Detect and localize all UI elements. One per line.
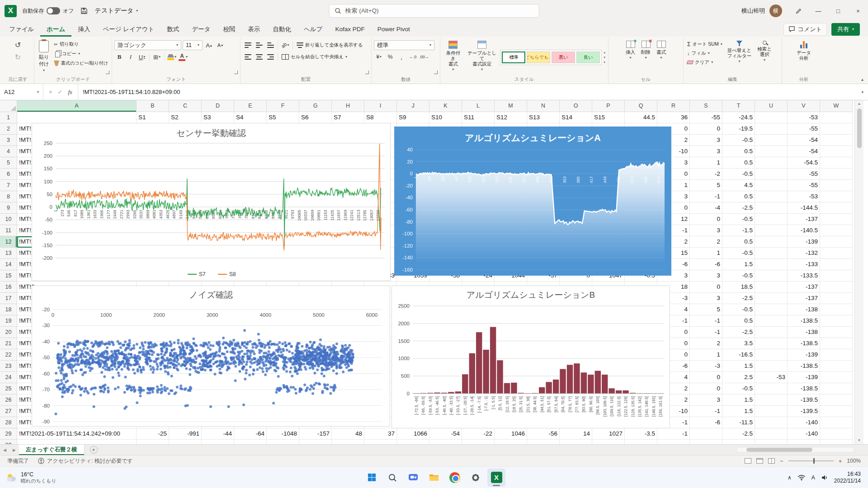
cell-R1[interactable]: 36 <box>657 112 690 123</box>
cell-style-3[interactable]: 良い <box>576 52 600 63</box>
undo-button[interactable]: ↺ <box>15 41 21 49</box>
italic-button[interactable]: I <box>126 52 136 62</box>
chart-noise-check[interactable]: ノイズ確認-90-80-70-60-50-40-30-2001000200030… <box>32 286 390 427</box>
cell-W5[interactable] <box>820 157 853 169</box>
cell-T22[interactable]: -16.5 <box>722 349 755 361</box>
wrap-text-button[interactable]: 折り返して全体を表示する <box>295 41 364 49</box>
cell-T7[interactable]: 4.5 <box>722 180 755 191</box>
cell-T8[interactable]: 0.5 <box>722 191 755 202</box>
cell-E1[interactable]: S4 <box>234 112 267 123</box>
cell-T2[interactable]: -19.5 <box>722 123 755 135</box>
cell-U20[interactable] <box>755 327 788 338</box>
cell-S30[interactable] <box>690 440 722 444</box>
bold-button[interactable]: B <box>114 52 124 62</box>
wifi-icon[interactable] <box>797 474 806 481</box>
row-header-6[interactable]: 6 <box>0 169 17 180</box>
fill-color-button[interactable]: ▾ <box>167 52 177 62</box>
font-name-select[interactable]: 游ゴシック▾ <box>114 40 181 50</box>
row-header-8[interactable]: 8 <box>0 191 17 202</box>
cell-V18[interactable]: -138 <box>788 304 820 315</box>
maximize-button[interactable]: □ <box>828 0 848 22</box>
start-button[interactable] <box>363 469 381 487</box>
align-center-button[interactable] <box>254 52 264 62</box>
collapse-ribbon-button[interactable]: ▴ <box>861 77 863 82</box>
cell-U17[interactable] <box>755 293 788 304</box>
row-header-12[interactable]: 12 <box>0 236 17 248</box>
sheet-nav-right-icon[interactable]: ▶ <box>9 448 19 452</box>
cell-N30[interactable] <box>527 440 560 444</box>
cell-L29[interactable]: -22 <box>462 428 495 440</box>
cell-S8[interactable]: -1 <box>690 191 722 202</box>
cell-W6[interactable] <box>820 169 853 180</box>
column-header-H[interactable]: H <box>332 100 364 112</box>
row-header-28[interactable]: 28 <box>0 417 17 428</box>
cell-W4[interactable] <box>820 146 853 157</box>
cell-A1[interactable] <box>17 112 137 123</box>
cell-S26[interactable]: 3 <box>690 394 722 406</box>
delete-cells-button[interactable]: 削除▾ <box>639 39 653 76</box>
cell-V9[interactable]: -144.5 <box>788 202 820 214</box>
cell-E29[interactable]: -64 <box>234 428 267 440</box>
cell-V19[interactable]: -138.5 <box>788 315 820 327</box>
taskbar-search-button[interactable] <box>383 469 401 487</box>
percent-style-button[interactable]: % <box>385 52 395 62</box>
column-header-D[interactable]: D <box>202 100 234 112</box>
cancel-entry-icon[interactable]: × <box>49 89 52 95</box>
column-header-I[interactable]: I <box>364 100 397 112</box>
excel-app-icon[interactable]: X <box>5 5 17 17</box>
ribbon-tab-2[interactable]: 挿入 <box>71 22 96 37</box>
cell-B30[interactable] <box>137 440 169 444</box>
cell-U24[interactable]: -53 <box>755 372 788 383</box>
cell-V29[interactable]: -140 <box>788 428 820 440</box>
cell-V24[interactable]: -139 <box>788 372 820 383</box>
row-header-25[interactable]: 25 <box>0 383 17 394</box>
ime-mode-indicator[interactable]: A <box>811 474 815 481</box>
cell-S1[interactable]: -55 <box>690 112 722 123</box>
row-header-18[interactable]: 18 <box>0 304 17 315</box>
cell-B1[interactable]: S1 <box>137 112 169 123</box>
page-break-view-button[interactable] <box>768 458 775 464</box>
cell-V15[interactable]: -133.5 <box>788 270 820 282</box>
column-header-V[interactable]: V <box>788 100 820 112</box>
cell-T6[interactable]: -0.5 <box>722 169 755 180</box>
data-analysis-button[interactable]: データ 分析 <box>794 39 813 76</box>
cell-U7[interactable] <box>755 180 788 191</box>
cell-S18[interactable]: 5 <box>690 304 722 315</box>
cell-T16[interactable]: 18.5 <box>722 282 755 293</box>
row-header-14[interactable]: 14 <box>0 259 17 270</box>
cell-W21[interactable] <box>820 338 853 349</box>
cell-S13[interactable]: 1 <box>690 248 722 259</box>
format-as-table-button[interactable]: テーブルとして 書式設定 ▾ <box>465 39 499 71</box>
cell-W26[interactable] <box>820 394 853 406</box>
ribbon-tab-10[interactable]: Kofax PDF <box>329 22 371 37</box>
cell-F29[interactable]: -1048 <box>267 428 299 440</box>
cell-W18[interactable] <box>820 304 853 315</box>
column-header-O[interactable]: O <box>560 100 592 112</box>
dialog-launcher-alignment[interactable] <box>365 70 369 74</box>
cell-style-1[interactable]: どちらでも... <box>527 52 550 63</box>
cell-S17[interactable]: 3 <box>690 293 722 304</box>
cell-T15[interactable]: -0.5 <box>722 270 755 282</box>
row-header-5[interactable]: 5 <box>0 157 17 169</box>
row-header-7[interactable]: 7 <box>0 180 17 191</box>
insert-function-icon[interactable]: fx <box>68 89 72 96</box>
cell-T12[interactable]: 0.5 <box>722 236 755 248</box>
cell-U12[interactable] <box>755 236 788 248</box>
cell-V13[interactable]: -132 <box>788 248 820 259</box>
column-header-U[interactable]: U <box>755 100 788 112</box>
number-format-select[interactable]: 標準▾ <box>374 40 434 50</box>
merge-center-button[interactable]: セルを結合して中央揃え▾ <box>280 53 349 61</box>
cell-U2[interactable] <box>755 123 788 135</box>
cell-V17[interactable]: -137 <box>788 293 820 304</box>
gallery-scroll-arrows[interactable]: ▴▾▾ <box>603 50 606 65</box>
decrease-decimal-button[interactable]: .00→ <box>419 52 429 62</box>
clear-button[interactable]: クリア▾ <box>686 58 724 66</box>
cell-F1[interactable]: S5 <box>267 112 299 123</box>
cell-H30[interactable] <box>332 440 364 444</box>
cell-U27[interactable] <box>755 406 788 417</box>
column-header-C[interactable]: C <box>169 100 202 112</box>
cell-T9[interactable]: -2.5 <box>722 202 755 214</box>
cell-S27[interactable]: -1 <box>690 406 722 417</box>
cell-V28[interactable]: -140 <box>788 417 820 428</box>
cell-S21[interactable]: 2 <box>690 338 722 349</box>
